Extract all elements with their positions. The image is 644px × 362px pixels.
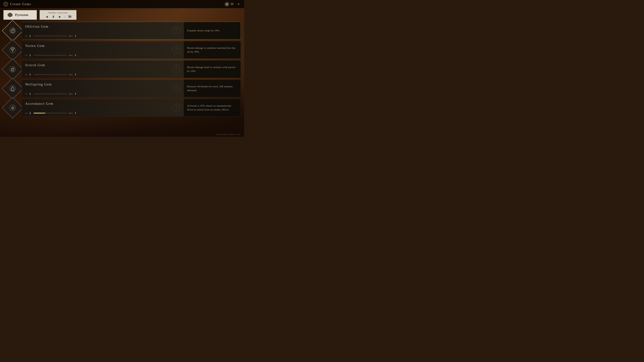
gem-desc-text-scorch: Boosts damage dealt to enemies with parr… [187,65,237,73]
gem-row-wellspring[interactable]: Wellspring Gem Lv. 1 Next 2 [3,80,241,97]
number-label: Number Generated [48,11,68,14]
lv-label-scorch: Lv. [25,73,28,76]
material-selector[interactable]: Pyroxene [3,10,37,20]
controls-row: Pyroxene Number Generated ◀ 4 ▶ / 30 [3,10,241,20]
svg-point-15 [10,66,16,72]
gem-main-ascendance: Ascendance Gem Lv. 2 Next 1 [22,99,184,116]
number-control: Number Generated ◀ 4 ▶ / 30 [40,10,76,20]
gem-diamond-vortex [5,42,20,57]
svg-marker-1 [5,3,6,5]
lv-num-vortex: 1 [30,54,31,57]
increment-button[interactable]: ▶ [58,15,62,18]
gem-name-oblivion: Oblivion Gem [25,25,180,28]
gem-diamond-inner-oblivion [8,26,17,35]
gem-icon-area-oblivion [3,22,22,39]
material-icon [7,12,13,18]
gem-row-scorch[interactable]: Scorch Gem Lv. 1 Next 2 [3,60,241,78]
gem-desc-scorch: Boosts damage dealt to enemies with parr… [184,60,241,78]
gem-diamond-oblivion [5,23,20,38]
lv-label-wellspring: Lv. [25,93,28,95]
next-label-wellspring: Next [69,93,72,95]
next-num-scorch: 2 [74,73,76,76]
gem-main-wellspring: Wellspring Gem Lv. 1 Next 2 [22,80,184,97]
next-label-ascendance: Next [69,112,72,114]
svg-point-6 [10,14,11,15]
next-num-vortex: 2 [74,54,76,57]
gem-diamond-inner-vortex [8,46,17,54]
gem-icon-area-scorch [3,60,22,78]
top-right: 30 ✕ [225,2,241,6]
gem-desc-text-wellspring: Restores 30 Health for every 100 enemies… [187,85,237,92]
next-num-ascendance: 1 [74,112,76,114]
gem-diamond-scorch [5,62,20,77]
lv-num-oblivion: 1 [30,34,31,37]
decrement-button[interactable]: ◀ [45,15,49,18]
gem-main-scorch: Scorch Gem Lv. 1 Next 2 [22,60,184,78]
main-content: Pyroxene Number Generated ◀ 4 ▶ / 30 [3,10,241,133]
gem-level-bar-ascendance: Lv. 2 Next 1 [25,112,180,115]
next-num-wellspring: 2 [74,92,76,95]
lv-num-wellspring: 1 [30,92,31,95]
gem-desc-ascendance: Activates a 32% chance to automatically … [184,99,241,116]
progress-track-ascendance [34,113,67,114]
gem-desc-oblivion: Expands attack range by 10%. [184,22,241,39]
gem-desc-text-ascendance: Activates a 32% chance to automatically … [187,104,237,111]
number-stepper: ◀ 4 ▶ / 30 [45,15,71,18]
lv-label-ascendance: Lv. [25,112,28,114]
progress-track-oblivion [34,35,67,36]
progress-track-scorch [34,74,67,75]
gem-name-scorch: Scorch Gem [25,63,180,67]
gem-diamond-ascendance [5,100,20,115]
gem-level-bar-scorch: Lv. 1 Next 2 [25,73,180,76]
number-slash: / [64,15,65,18]
gem-row-vortex[interactable]: Vortex Gem Lv. 1 Next 2 [3,41,241,59]
next-label-scorch: Next [69,73,72,76]
gem-name-vortex: Vortex Gem [25,44,180,48]
page-title: Create Gems [10,2,31,6]
gem-main-oblivion: Oblivion Gem Lv. 1 Next 2 [22,22,184,39]
currency-icon [225,2,229,6]
currency-display: 30 [225,2,234,6]
gem-icon-area-ascendance [3,99,22,116]
number-max: 30 [68,15,71,18]
close-button[interactable]: ✕ [236,2,241,6]
gems-list: Oblivion Gem Lv. 1 Next 2 [3,22,241,116]
progress-track-wellspring [34,93,67,94]
gem-name-wellspring: Wellspring Gem [25,82,180,86]
lv-label-oblivion: Lv. [25,35,28,37]
gem-diamond-inner-ascendance [8,104,17,112]
material-name: Pyroxene [15,13,28,17]
lv-label-vortex: Lv. [25,54,28,57]
svg-point-3 [226,4,228,5]
next-num-oblivion: 2 [74,35,76,37]
lv-num-scorch: 1 [30,73,31,76]
title-area: Create Gems [3,2,31,6]
gem-row-ascendance[interactable]: Ascendance Gem Lv. 2 Next 1 [3,99,241,116]
gem-diamond-wellspring [5,81,20,96]
copyright: ©KOEI TECMO GAMES CO., LTD. [216,134,241,135]
next-label-vortex: Next [69,54,72,57]
gem-desc-wellspring: Restores 30 Health for every 100 enemies… [184,80,241,97]
gem-name-ascendance: Ascendance Gem [25,102,180,106]
progress-track-vortex [34,55,67,56]
gem-icon-area-vortex [3,41,22,59]
next-label-oblivion: Next [69,35,72,37]
gem-level-bar-wellspring: Lv. 1 Next 2 [25,92,180,95]
gem-diamond-inner-wellspring [8,84,17,93]
gem-desc-vortex: Boosts damage to enemies launched into t… [184,41,241,59]
gem-desc-text-oblivion: Expands attack range by 10%. [187,29,220,32]
gem-level-bar-vortex: Lv. 1 Next 2 [25,54,180,57]
gem-create-icon [3,2,8,6]
currency-amount: 30 [230,2,234,6]
gem-level-bar-oblivion: Lv. 1 Next 2 [25,34,180,37]
svg-point-18 [10,105,16,111]
gem-icon-area-wellspring [3,80,22,97]
svg-point-8 [12,30,12,31]
lv-num-ascendance: 2 [30,112,31,115]
number-value: 4 [51,15,56,18]
gem-diamond-inner-scorch [8,65,17,73]
gem-row-oblivion[interactable]: Oblivion Gem Lv. 1 Next 2 [3,22,241,39]
progress-fill-ascendance [34,113,45,114]
gem-desc-text-vortex: Boosts damage to enemies launched into t… [187,46,237,54]
top-bar: Create Gems 30 ✕ [0,0,244,8]
